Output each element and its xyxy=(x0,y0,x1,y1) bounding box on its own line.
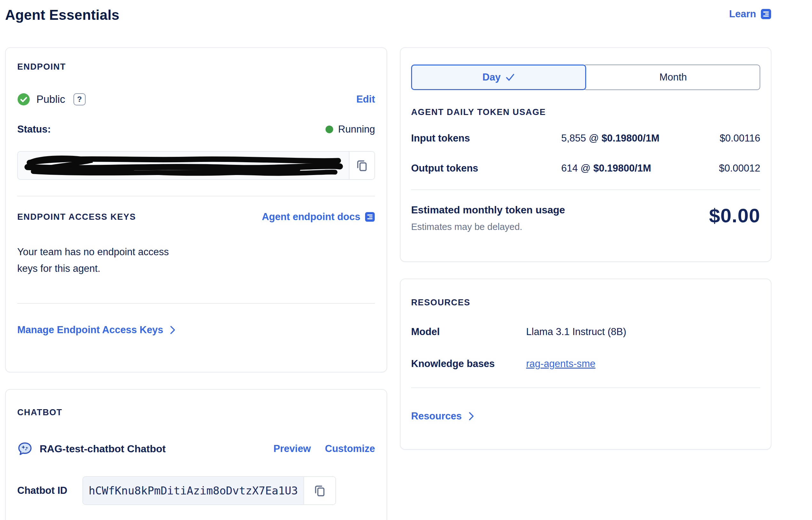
knowledge-base-link[interactable]: rag-agents-sme xyxy=(526,358,596,369)
estimate-note: Estimates may be delayed. xyxy=(411,222,565,232)
no-access-keys-line1: Your team has no endpoint access xyxy=(17,244,375,260)
tab-day[interactable]: Day xyxy=(411,64,586,90)
chatbot-id-field[interactable]: hCWfKnu8kPmDitiAzim8oDvtzX7Ea1U3 xyxy=(82,476,336,505)
model-row: Model Llama 3.1 Instruct (8B) xyxy=(411,326,760,338)
copy-endpoint-button[interactable] xyxy=(349,152,374,179)
divider xyxy=(17,303,375,304)
access-keys-header-row: ENDPOINT ACCESS KEYS Agent endpoint docs xyxy=(17,211,375,223)
input-tokens-row: Input tokens 5,855 @ $0.19800/1M $0.0011… xyxy=(411,133,760,144)
output-tokens-rate: $0.19800/1M xyxy=(593,162,651,174)
chatbot-id-value: hCWfKnu8kPmDitiAzim8oDvtzX7Ea1U3 xyxy=(83,477,304,504)
tab-month-label: Month xyxy=(659,72,687,83)
endpoint-card: ENDPOINT Public ? Edit Status: Running xyxy=(5,47,387,372)
chatbot-actions: Preview Customize xyxy=(273,443,375,454)
divider xyxy=(411,189,760,190)
usage-period-toggle: Day Month xyxy=(411,64,760,90)
checkmark-icon xyxy=(506,74,515,81)
chatbot-name: RAG-test-chatbot Chatbot xyxy=(40,443,166,455)
endpoint-heading: ENDPOINT xyxy=(17,62,375,72)
no-access-keys-line2: keys for this agent. xyxy=(17,260,375,277)
access-keys-heading: ENDPOINT ACCESS KEYS xyxy=(17,212,136,222)
divider xyxy=(17,196,375,197)
status-value-text: Running xyxy=(338,124,375,135)
status-value: Running xyxy=(325,124,375,135)
model-label: Model xyxy=(411,326,526,338)
redaction-scribble xyxy=(24,153,343,178)
right-column: Day Month AGENT DAILY TOKEN USAGE Input … xyxy=(400,47,771,450)
check-circle-icon xyxy=(17,93,30,106)
learn-link-label: Learn xyxy=(729,8,756,20)
chevron-right-icon xyxy=(169,325,176,335)
endpoint-url-redacted xyxy=(18,152,349,179)
docs-link-label: Agent endpoint docs xyxy=(262,211,360,223)
input-tokens-cost: $0.00116 xyxy=(720,133,760,144)
output-tokens-label: Output tokens xyxy=(411,162,561,174)
docs-icon xyxy=(365,212,375,222)
running-dot-icon xyxy=(325,126,333,133)
resources-card: RESOURCES Model Llama 3.1 Instruct (8B) … xyxy=(400,279,771,450)
manage-access-keys-label: Manage Endpoint Access Keys xyxy=(17,324,163,336)
endpoint-visibility-row: Public ? Edit xyxy=(17,93,375,106)
topbar: Agent Essentials Learn xyxy=(5,0,771,47)
chatbot-row: RAG-test-chatbot Chatbot Preview Customi… xyxy=(17,441,375,457)
estimate-text-block: Estimated monthly token usage Estimates … xyxy=(411,204,565,232)
edit-endpoint-button[interactable]: Edit xyxy=(356,94,375,105)
preview-chatbot-link[interactable]: Preview xyxy=(273,443,311,454)
help-icon[interactable]: ? xyxy=(74,93,86,105)
status-row: Status: Running xyxy=(17,124,375,135)
chatbot-heading: CHATBOT xyxy=(17,408,375,417)
estimate-label: Estimated monthly token usage xyxy=(411,204,565,216)
manage-access-keys-link[interactable]: Manage Endpoint Access Keys xyxy=(17,324,176,336)
input-tokens-amount: 5,855 @ $0.19800/1M xyxy=(561,133,720,144)
status-label: Status: xyxy=(17,124,51,135)
left-column: ENDPOINT Public ? Edit Status: Running xyxy=(5,47,387,520)
output-tokens-row: Output tokens 614 @ $0.19800/1M $0.00012 xyxy=(411,162,760,174)
tab-month[interactable]: Month xyxy=(583,64,761,90)
docs-icon xyxy=(761,9,771,20)
token-usage-card: Day Month AGENT DAILY TOKEN USAGE Input … xyxy=(400,47,771,262)
visibility-label: Public xyxy=(36,93,65,105)
resources-link-label: Resources xyxy=(411,411,462,422)
chatbot-card: CHATBOT RAG-test-chatbot Chatbot Preview xyxy=(5,389,387,520)
chevron-right-icon xyxy=(468,411,475,421)
output-tokens-amount: 614 @ $0.19800/1M xyxy=(561,162,719,174)
tab-day-label: Day xyxy=(482,72,501,83)
input-tokens-label: Input tokens xyxy=(411,133,561,144)
copy-chatbot-id-button[interactable] xyxy=(304,477,335,504)
content-columns: ENDPOINT Public ? Edit Status: Running xyxy=(5,47,771,520)
agent-endpoint-docs-link[interactable]: Agent endpoint docs xyxy=(262,211,375,223)
copy-icon xyxy=(313,484,326,497)
input-tokens-count: 5,855 @ xyxy=(561,133,602,144)
chatbot-bubble-icon xyxy=(17,441,33,457)
chatbot-id-label: Chatbot ID xyxy=(17,485,72,496)
no-access-keys-message: Your team has no endpoint access keys fo… xyxy=(17,244,375,277)
monthly-estimate-row: Estimated monthly token usage Estimates … xyxy=(411,204,760,232)
knowledge-bases-row: Knowledge bases rag-agents-sme xyxy=(411,358,760,369)
knowledge-bases-label: Knowledge bases xyxy=(411,358,526,369)
output-tokens-count: 614 @ xyxy=(561,162,593,174)
chatbot-id-row: Chatbot ID hCWfKnu8kPmDitiAzim8oDvtzX7Ea… xyxy=(17,476,375,505)
input-tokens-rate: $0.19800/1M xyxy=(602,133,659,144)
usage-heading: AGENT DAILY TOKEN USAGE xyxy=(411,107,760,117)
endpoint-url-field[interactable] xyxy=(17,151,375,180)
model-value: Llama 3.1 Instruct (8B) xyxy=(526,326,626,338)
agent-essentials-page: Agent Essentials Learn ENDPOINT Public ? xyxy=(0,0,812,520)
resources-heading: RESOURCES xyxy=(411,298,760,308)
page-title: Agent Essentials xyxy=(5,7,120,23)
learn-link[interactable]: Learn xyxy=(729,8,771,20)
output-tokens-cost: $0.00012 xyxy=(719,162,760,174)
divider xyxy=(411,387,760,388)
resources-link[interactable]: Resources xyxy=(411,411,475,422)
customize-chatbot-link[interactable]: Customize xyxy=(325,443,375,454)
copy-icon xyxy=(355,159,369,172)
estimate-value: $0.00 xyxy=(709,204,760,227)
